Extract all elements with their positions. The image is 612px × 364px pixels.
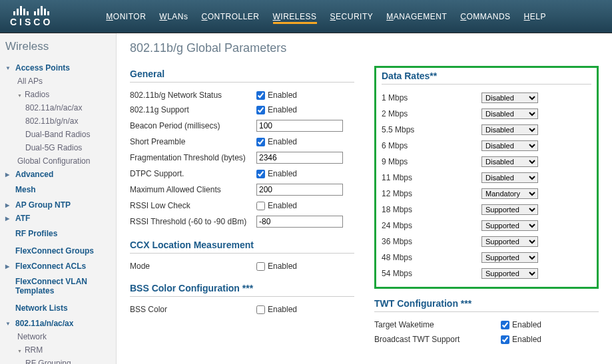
- general-input-2[interactable]: [256, 120, 343, 132]
- nav-security[interactable]: SECURITY: [330, 9, 374, 24]
- nav-management[interactable]: MANAGEMENT: [386, 9, 447, 24]
- nav-wireless[interactable]: WIRELESS: [273, 9, 317, 24]
- bss-row: BSS ColorEnabled: [130, 302, 354, 317]
- sidebar-item-access-points[interactable]: Access Points: [5, 61, 111, 75]
- datarate-label: 2 Mbps: [382, 109, 481, 118]
- datarate-select-54[interactable]: DisabledMandatorySupported: [481, 268, 538, 279]
- datarate-select-1[interactable]: DisabledMandatorySupported: [481, 92, 538, 103]
- top-nav: MONITORWLANsCONTROLLERWIRELESSSECURITYMA…: [106, 9, 546, 24]
- datarate-select-36[interactable]: DisabledMandatorySupported: [481, 236, 538, 247]
- sidebar-item-global-configuration[interactable]: Global Configuration: [5, 154, 111, 168]
- datarate-row: 9 MbpsDisabledMandatorySupported: [382, 154, 591, 170]
- sidebar-item-dual-band-radios[interactable]: Dual-Band Radios: [5, 128, 111, 141]
- general-label: DTPC Support.: [130, 169, 256, 178]
- twt-checkbox-1[interactable]: [501, 335, 509, 344]
- ccx-row: ModeEnabled: [130, 259, 354, 273]
- datarate-row: 12 MbpsDisabledMandatorySupported: [382, 186, 591, 202]
- nav-monitor[interactable]: MONITOR: [106, 9, 146, 24]
- twt-label: Target Waketime: [374, 320, 501, 329]
- sidebar-item-dual-5g-radios[interactable]: Dual-5G Radios: [5, 141, 111, 154]
- general-label: Beacon Period (millisecs): [130, 121, 256, 130]
- section-bss-title: BSS Color Configuration ***: [130, 283, 354, 297]
- datarate-row: 24 MbpsDisabledMandatorySupported: [382, 218, 591, 234]
- general-input-8[interactable]: [256, 216, 343, 228]
- sidebar-item-all-aps[interactable]: All APs: [5, 75, 111, 88]
- sidebar-item-flexconnect-acls[interactable]: FlexConnect ACLs: [5, 260, 111, 273]
- sidebar-item-flexconnect-groups[interactable]: FlexConnect Groups: [5, 242, 111, 260]
- general-input-4[interactable]: [256, 152, 343, 164]
- general-checkbox-3[interactable]: [256, 138, 265, 146]
- sidebar-item-802-11a-n-ac-ax[interactable]: 802.11a/n/ac/ax: [5, 101, 111, 114]
- datarate-select-24[interactable]: DisabledMandatorySupported: [481, 220, 538, 231]
- datarate-select-18[interactable]: DisabledMandatorySupported: [481, 204, 538, 215]
- general-label: RSSI Threshold (-60 to -90 dBm): [130, 217, 256, 226]
- general-input-6[interactable]: [256, 184, 343, 196]
- sidebar-item-rf-profiles[interactable]: RF Profiles: [5, 225, 111, 242]
- general-checkbox-label: Enabled: [268, 201, 297, 210]
- general-row: RSSI Threshold (-60 to -90 dBm): [130, 213, 354, 230]
- general-checkbox-1[interactable]: [256, 106, 265, 114]
- general-row: Beacon Period (millisecs): [130, 117, 354, 134]
- twt-row: Broadcast TWT SupportEnabled: [374, 332, 599, 347]
- nav-controller[interactable]: CONTROLLER: [201, 9, 259, 24]
- sidebar-item-atf[interactable]: ATF: [5, 212, 111, 225]
- datarate-select-48[interactable]: DisabledMandatorySupported: [481, 252, 538, 263]
- datarate-row: 54 MbpsDisabledMandatorySupported: [382, 266, 591, 281]
- datarate-select-12[interactable]: DisabledMandatorySupported: [481, 188, 538, 199]
- section-datarates-title: Data Rates**: [382, 71, 591, 85]
- general-checkbox-5[interactable]: [256, 170, 265, 178]
- sidebar-item-radios[interactable]: Radios: [5, 88, 111, 101]
- datarate-label: 11 Mbps: [382, 173, 481, 182]
- datarate-select-11[interactable]: DisabledMandatorySupported: [481, 172, 538, 183]
- sidebar-item-802-11a-n-ac-ax[interactable]: 802.11a/n/ac/ax: [5, 317, 111, 330]
- datarate-select-6[interactable]: DisabledMandatorySupported: [481, 140, 538, 151]
- datarate-label: 54 Mbps: [382, 269, 481, 278]
- twt-checkbox-label: Enabled: [512, 335, 541, 344]
- datarate-row: 36 MbpsDisabledMandatorySupported: [382, 234, 591, 250]
- data-rates-highlight-box: Data Rates** 1 MbpsDisabledMandatorySupp…: [374, 66, 599, 289]
- bss-checkbox-label: Enabled: [268, 305, 297, 314]
- ccx-checkbox-label: Enabled: [268, 262, 297, 271]
- bss-checkbox-0[interactable]: [256, 305, 265, 314]
- datarate-select-5.5[interactable]: DisabledMandatorySupported: [481, 124, 538, 135]
- cisco-logo-bars-icon: [13, 6, 49, 15]
- sidebar-item-ap-group-ntp[interactable]: AP Group NTP: [5, 198, 111, 212]
- nav-wlans[interactable]: WLANs: [159, 9, 188, 24]
- sidebar-item-network[interactable]: Network: [5, 330, 111, 343]
- general-row: 802.11g SupportEnabled: [130, 102, 354, 117]
- sidebar-item-802-11b-g-n-ax[interactable]: 802.11b/g/n/ax: [5, 114, 111, 128]
- twt-checkbox-0[interactable]: [501, 321, 509, 329]
- sidebar-item-mesh[interactable]: Mesh: [5, 181, 111, 198]
- datarate-label: 6 Mbps: [382, 141, 481, 150]
- datarate-row: 18 MbpsDisabledMandatorySupported: [382, 202, 591, 218]
- datarate-select-2[interactable]: DisabledMandatorySupported: [481, 108, 538, 119]
- general-checkbox-label: Enabled: [268, 105, 297, 114]
- general-row: DTPC Support.Enabled: [130, 166, 354, 181]
- sidebar-list: Access PointsAll APsRadios802.11a/n/ac/a…: [5, 61, 111, 364]
- logo-text: CISCO: [10, 17, 53, 27]
- sidebar-item-rf-grouping[interactable]: RF Grouping: [5, 357, 111, 364]
- datarate-row: 11 MbpsDisabledMandatorySupported: [382, 170, 591, 186]
- datarate-select-9[interactable]: DisabledMandatorySupported: [481, 156, 538, 167]
- general-label: RSSI Low Check: [130, 201, 256, 210]
- sidebar-item-rrm[interactable]: RRM: [5, 343, 111, 357]
- nav-commands[interactable]: COMMANDS: [460, 9, 510, 24]
- sidebar-item-network-lists[interactable]: Network Lists: [5, 299, 111, 317]
- twt-row: Target WaketimeEnabled: [374, 317, 599, 332]
- general-label: Short Preamble: [130, 137, 256, 146]
- datarate-label: 48 Mbps: [382, 253, 481, 262]
- nav-help[interactable]: HELP: [524, 9, 546, 24]
- twt-label: Broadcast TWT Support: [374, 335, 501, 344]
- ccx-checkbox-0[interactable]: [256, 262, 265, 271]
- twt-checkbox-label: Enabled: [512, 320, 541, 329]
- sidebar: Wireless Access PointsAll APsRadios802.1…: [0, 33, 117, 364]
- sidebar-item-advanced[interactable]: Advanced: [5, 168, 111, 181]
- datarate-label: 24 Mbps: [382, 221, 481, 230]
- general-row: Short PreambleEnabled: [130, 134, 354, 149]
- general-row: 802.11b/g Network StatusEnabled: [130, 88, 354, 102]
- general-checkbox-7[interactable]: [256, 202, 265, 210]
- general-checkbox-0[interactable]: [256, 91, 265, 100]
- sidebar-item-flexconnect-vlan-templates[interactable]: FlexConnect VLAN Templates: [5, 273, 111, 299]
- general-checkbox-label: Enabled: [268, 137, 297, 146]
- general-row: Fragmentation Threshold (bytes): [130, 149, 354, 166]
